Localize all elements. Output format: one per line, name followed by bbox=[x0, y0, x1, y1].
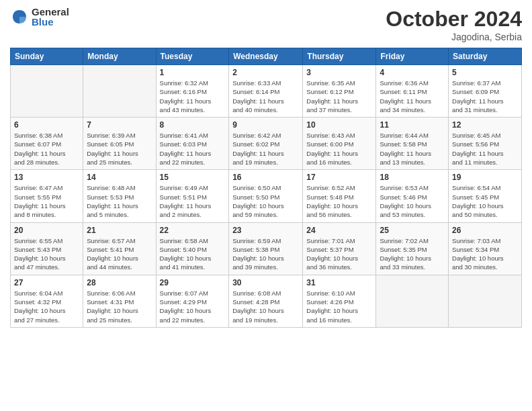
day-number: 1 bbox=[160, 68, 226, 77]
day-number: 24 bbox=[306, 226, 372, 235]
calendar-cell bbox=[376, 275, 449, 327]
calendar-cell: 7Sunrise: 6:39 AM Sunset: 6:05 PM Daylig… bbox=[83, 118, 156, 170]
calendar-cell: 12Sunrise: 6:45 AM Sunset: 5:56 PM Dayli… bbox=[449, 118, 522, 170]
calendar-week-row: 20Sunrise: 6:55 AM Sunset: 5:43 PM Dayli… bbox=[11, 222, 522, 275]
calendar-cell: 19Sunrise: 6:54 AM Sunset: 5:45 PM Dayli… bbox=[449, 170, 522, 222]
day-info: Sunrise: 6:41 AM Sunset: 6:03 PM Dayligh… bbox=[160, 131, 226, 167]
day-info: Sunrise: 6:42 AM Sunset: 6:02 PM Dayligh… bbox=[232, 131, 299, 167]
calendar-title: October 2024 bbox=[386, 7, 522, 32]
calendar-week-row: 27Sunrise: 6:04 AM Sunset: 4:32 PM Dayli… bbox=[11, 275, 522, 327]
calendar-cell: 13Sunrise: 6:47 AM Sunset: 5:55 PM Dayli… bbox=[11, 170, 83, 222]
calendar-cell: 1Sunrise: 6:32 AM Sunset: 6:16 PM Daylig… bbox=[156, 65, 229, 118]
calendar-cell bbox=[449, 275, 522, 327]
calendar-cell: 8Sunrise: 6:41 AM Sunset: 6:03 PM Daylig… bbox=[156, 118, 229, 170]
day-info: Sunrise: 6:50 AM Sunset: 5:50 PM Dayligh… bbox=[232, 183, 299, 219]
calendar-cell: 3Sunrise: 6:35 AM Sunset: 6:12 PM Daylig… bbox=[303, 65, 376, 118]
day-info: Sunrise: 6:48 AM Sunset: 5:53 PM Dayligh… bbox=[87, 183, 152, 219]
page: General Blue October 2024 Jagodina, Serb… bbox=[0, 0, 532, 411]
calendar-cell: 15Sunrise: 6:49 AM Sunset: 5:51 PM Dayli… bbox=[156, 170, 229, 222]
day-info: Sunrise: 6:58 AM Sunset: 5:40 PM Dayligh… bbox=[160, 236, 226, 272]
header: General Blue October 2024 Jagodina, Serb… bbox=[10, 7, 522, 42]
calendar-cell: 26Sunrise: 7:03 AM Sunset: 5:34 PM Dayli… bbox=[449, 222, 522, 275]
weekday-header-monday: Monday bbox=[83, 48, 156, 65]
day-info: Sunrise: 6:49 AM Sunset: 5:51 PM Dayligh… bbox=[160, 183, 226, 219]
title-block: October 2024 Jagodina, Serbia bbox=[386, 7, 522, 42]
day-number: 11 bbox=[380, 120, 445, 130]
day-number: 23 bbox=[232, 226, 299, 235]
calendar-cell: 23Sunrise: 6:59 AM Sunset: 5:38 PM Dayli… bbox=[229, 222, 303, 275]
day-number: 28 bbox=[87, 278, 152, 287]
calendar-cell: 17Sunrise: 6:52 AM Sunset: 5:48 PM Dayli… bbox=[303, 170, 376, 222]
calendar-cell: 2Sunrise: 6:33 AM Sunset: 6:14 PM Daylig… bbox=[229, 65, 303, 118]
weekday-header-wednesday: Wednesday bbox=[229, 48, 303, 65]
weekday-header-sunday: Sunday bbox=[11, 48, 83, 65]
calendar-week-row: 13Sunrise: 6:47 AM Sunset: 5:55 PM Dayli… bbox=[11, 170, 522, 222]
day-info: Sunrise: 6:44 AM Sunset: 5:58 PM Dayligh… bbox=[380, 131, 445, 167]
logo: General Blue bbox=[10, 7, 69, 27]
day-number: 8 bbox=[160, 120, 226, 130]
calendar-cell bbox=[83, 65, 156, 118]
day-info: Sunrise: 6:10 AM Sunset: 4:26 PM Dayligh… bbox=[306, 289, 372, 324]
calendar-cell: 18Sunrise: 6:53 AM Sunset: 5:46 PM Dayli… bbox=[376, 170, 449, 222]
calendar-week-row: 1Sunrise: 6:32 AM Sunset: 6:16 PM Daylig… bbox=[11, 65, 522, 118]
day-number: 19 bbox=[452, 173, 518, 182]
day-info: Sunrise: 6:08 AM Sunset: 4:28 PM Dayligh… bbox=[232, 289, 299, 324]
calendar-cell: 5Sunrise: 6:37 AM Sunset: 6:09 PM Daylig… bbox=[449, 65, 522, 118]
calendar-cell: 22Sunrise: 6:58 AM Sunset: 5:40 PM Dayli… bbox=[156, 222, 229, 275]
day-info: Sunrise: 6:45 AM Sunset: 5:56 PM Dayligh… bbox=[452, 131, 518, 167]
calendar-cell: 25Sunrise: 7:02 AM Sunset: 5:35 PM Dayli… bbox=[376, 222, 449, 275]
day-number: 5 bbox=[452, 68, 518, 77]
calendar-cell: 14Sunrise: 6:48 AM Sunset: 5:53 PM Dayli… bbox=[83, 170, 156, 222]
day-info: Sunrise: 6:57 AM Sunset: 5:41 PM Dayligh… bbox=[87, 236, 152, 272]
day-info: Sunrise: 6:52 AM Sunset: 5:48 PM Dayligh… bbox=[306, 183, 372, 219]
weekday-header-saturday: Saturday bbox=[449, 48, 522, 65]
day-number: 27 bbox=[14, 278, 79, 287]
day-number: 20 bbox=[14, 226, 79, 235]
calendar-cell: 9Sunrise: 6:42 AM Sunset: 6:02 PM Daylig… bbox=[229, 118, 303, 170]
day-number: 22 bbox=[160, 226, 226, 235]
day-number: 10 bbox=[306, 120, 372, 130]
day-info: Sunrise: 7:02 AM Sunset: 5:35 PM Dayligh… bbox=[380, 236, 445, 272]
day-info: Sunrise: 6:53 AM Sunset: 5:46 PM Dayligh… bbox=[380, 183, 445, 219]
day-info: Sunrise: 7:03 AM Sunset: 5:34 PM Dayligh… bbox=[452, 236, 518, 272]
day-number: 12 bbox=[452, 120, 518, 130]
day-info: Sunrise: 6:06 AM Sunset: 4:31 PM Dayligh… bbox=[87, 289, 152, 324]
calendar-cell: 30Sunrise: 6:08 AM Sunset: 4:28 PM Dayli… bbox=[229, 275, 303, 327]
day-number: 6 bbox=[14, 120, 79, 130]
calendar-cell: 29Sunrise: 6:07 AM Sunset: 4:29 PM Dayli… bbox=[156, 275, 229, 327]
calendar-cell: 20Sunrise: 6:55 AM Sunset: 5:43 PM Dayli… bbox=[11, 222, 83, 275]
logo-general-text: General bbox=[32, 7, 69, 17]
day-number: 2 bbox=[232, 68, 299, 77]
day-number: 14 bbox=[87, 173, 152, 182]
day-info: Sunrise: 6:32 AM Sunset: 6:16 PM Dayligh… bbox=[160, 79, 226, 114]
day-number: 7 bbox=[87, 120, 152, 130]
calendar-location: Jagodina, Serbia bbox=[386, 32, 522, 42]
weekday-header-thursday: Thursday bbox=[303, 48, 376, 65]
day-number: 18 bbox=[380, 173, 445, 182]
day-info: Sunrise: 6:54 AM Sunset: 5:45 PM Dayligh… bbox=[452, 183, 518, 219]
logo-text: General Blue bbox=[32, 7, 69, 27]
day-number: 21 bbox=[87, 226, 152, 235]
day-info: Sunrise: 6:55 AM Sunset: 5:43 PM Dayligh… bbox=[14, 236, 79, 272]
day-info: Sunrise: 6:39 AM Sunset: 6:05 PM Dayligh… bbox=[87, 131, 152, 167]
day-number: 3 bbox=[306, 68, 372, 77]
day-info: Sunrise: 6:43 AM Sunset: 6:00 PM Dayligh… bbox=[306, 131, 372, 167]
day-number: 9 bbox=[232, 120, 299, 130]
calendar-cell: 16Sunrise: 6:50 AM Sunset: 5:50 PM Dayli… bbox=[229, 170, 303, 222]
calendar-table: SundayMondayTuesdayWednesdayThursdayFrid… bbox=[10, 48, 522, 328]
day-info: Sunrise: 6:47 AM Sunset: 5:55 PM Dayligh… bbox=[14, 183, 79, 219]
day-number: 17 bbox=[306, 173, 372, 182]
calendar-week-row: 6Sunrise: 6:38 AM Sunset: 6:07 PM Daylig… bbox=[11, 118, 522, 170]
day-number: 25 bbox=[380, 226, 445, 235]
day-number: 13 bbox=[14, 173, 79, 182]
weekday-header-row: SundayMondayTuesdayWednesdayThursdayFrid… bbox=[11, 48, 522, 65]
logo-blue-text: Blue bbox=[32, 17, 69, 27]
weekday-header-friday: Friday bbox=[376, 48, 449, 65]
day-info: Sunrise: 6:33 AM Sunset: 6:14 PM Dayligh… bbox=[232, 79, 299, 114]
day-info: Sunrise: 6:35 AM Sunset: 6:12 PM Dayligh… bbox=[306, 79, 372, 114]
weekday-header-tuesday: Tuesday bbox=[156, 48, 229, 65]
calendar-cell: 24Sunrise: 7:01 AM Sunset: 5:37 PM Dayli… bbox=[303, 222, 376, 275]
calendar-cell: 11Sunrise: 6:44 AM Sunset: 5:58 PM Dayli… bbox=[376, 118, 449, 170]
day-info: Sunrise: 6:07 AM Sunset: 4:29 PM Dayligh… bbox=[160, 289, 226, 324]
day-number: 31 bbox=[306, 278, 372, 287]
